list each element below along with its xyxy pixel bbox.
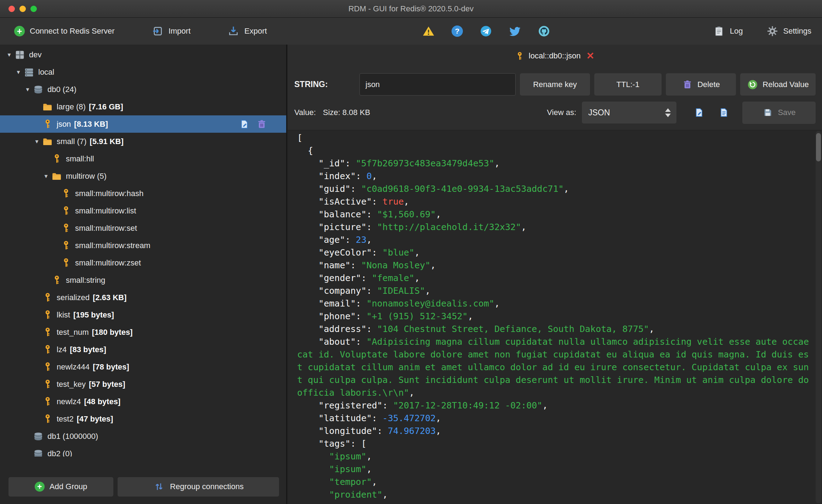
folder-icon bbox=[41, 101, 53, 113]
close-tab-icon[interactable]: ✕ bbox=[586, 51, 595, 61]
key-icon bbox=[41, 119, 53, 130]
tree-item-small-multirow-hash[interactable]: small:multirow:hash bbox=[0, 185, 286, 202]
tree-item-test-num[interactable]: test_num[180 bytes] bbox=[0, 323, 286, 341]
expander-icon[interactable]: ▼ bbox=[41, 173, 51, 179]
key-icon bbox=[60, 188, 72, 199]
view-as-dropdown[interactable]: JSON bbox=[582, 102, 676, 124]
ttl-button[interactable]: TTL:-1 bbox=[594, 73, 662, 96]
code-line: "balance": "$1,560.69", bbox=[297, 208, 810, 221]
tree-item-lkist[interactable]: lkist[195 bytes] bbox=[0, 306, 286, 323]
tree-item-size: [57 bytes] bbox=[89, 380, 125, 389]
value-editor: local::db0::json ✕ STRING: Rename key TT… bbox=[288, 45, 822, 504]
scrollbar-thumb[interactable] bbox=[816, 133, 821, 161]
add-group-button[interactable]: + Add Group bbox=[8, 477, 113, 497]
tree-item-label: lkist bbox=[57, 310, 70, 320]
tree-item-small-multirow-set[interactable]: small:multirow:set bbox=[0, 219, 286, 237]
rename-key-label: Rename key bbox=[533, 80, 577, 89]
tree-item-small-multirow-stream[interactable]: small:multirow:stream bbox=[0, 237, 286, 254]
warning-icon[interactable] bbox=[423, 25, 435, 37]
tree-item-label: small:string bbox=[66, 276, 105, 285]
tree-item-size: [180 bytes] bbox=[92, 328, 133, 337]
export-button[interactable]: Export bbox=[227, 25, 267, 37]
window-title: RDM - GUI for Redis® 2020.5.0-dev bbox=[348, 4, 474, 13]
code-line: "latitude": -35.472702, bbox=[297, 412, 810, 425]
tree-item-serialized[interactable]: serialized[2.63 KB] bbox=[0, 289, 286, 306]
key-name-input[interactable] bbox=[359, 73, 516, 96]
code-line: "index": 0, bbox=[297, 170, 810, 183]
view-as-value: JSON bbox=[588, 108, 610, 118]
tree-item-local[interactable]: ▼local bbox=[0, 63, 286, 81]
value-label: Value: bbox=[294, 108, 316, 117]
expander-icon[interactable]: ▼ bbox=[23, 86, 32, 92]
expander-icon[interactable]: ▼ bbox=[32, 138, 41, 144]
edit-value-icon[interactable] bbox=[693, 107, 705, 118]
tree-item-db0[interactable]: ▼db0 (24) bbox=[0, 81, 286, 98]
tree-item-newlz4[interactable]: newlz4[48 bytes] bbox=[0, 393, 286, 410]
tree-item-dev[interactable]: ▼dev bbox=[0, 46, 286, 63]
tree-item-large[interactable]: large (8)[7.16 GB] bbox=[0, 98, 286, 115]
import-button[interactable]: Import bbox=[152, 25, 191, 37]
ttl-label: TTL:-1 bbox=[617, 80, 640, 89]
code-line: "picture": "http://placehold.it/32x32", bbox=[297, 221, 810, 234]
tree-item-test-key[interactable]: test_key[57 bytes] bbox=[0, 376, 286, 393]
settings-label: Settings bbox=[783, 27, 812, 36]
scrollbar[interactable] bbox=[816, 131, 821, 503]
rename-key-button[interactable]: Rename key bbox=[520, 73, 590, 96]
tree-item-small-multirow-zset[interactable]: small:multirow:zset bbox=[0, 254, 286, 271]
tree-item-db2[interactable]: db2 (0) bbox=[0, 445, 286, 457]
delete-key-button[interactable]: Delete bbox=[666, 73, 736, 96]
tab-bar: local::db0::json ✕ bbox=[288, 45, 822, 67]
minimize-window-button[interactable] bbox=[19, 6, 26, 12]
key-icon bbox=[41, 413, 53, 425]
tree-item-label: test_key bbox=[57, 380, 86, 389]
code-line: "name": "Nona Mosley", bbox=[297, 259, 810, 272]
tab-title: local::db0::json bbox=[529, 51, 581, 61]
tree-item-newlz444[interactable]: newlz444[78 bytes] bbox=[0, 358, 286, 376]
tab-local-db0-json[interactable]: local::db0::json ✕ bbox=[515, 51, 594, 61]
expander-icon[interactable]: ▼ bbox=[5, 52, 14, 58]
zoom-window-button[interactable] bbox=[30, 6, 37, 12]
twitter-icon[interactable] bbox=[509, 25, 521, 37]
tree-item-lz4[interactable]: lz4[83 bytes] bbox=[0, 341, 286, 358]
tree-item-label: small (7) bbox=[57, 137, 86, 146]
open-value-icon[interactable] bbox=[718, 107, 730, 118]
settings-button[interactable]: Settings bbox=[766, 25, 812, 37]
key-icon bbox=[60, 257, 72, 269]
close-window-button[interactable] bbox=[8, 6, 15, 12]
tree-item-label: dev bbox=[29, 50, 41, 59]
edit-key-icon[interactable] bbox=[239, 119, 249, 129]
expander-icon[interactable]: ▼ bbox=[14, 69, 23, 75]
tree-item-json[interactable]: json[8.13 KB] bbox=[0, 115, 286, 133]
tree-item-label: json bbox=[57, 120, 71, 129]
tree-item-size: [7.16 GB] bbox=[89, 102, 123, 111]
db-icon bbox=[32, 431, 44, 442]
tree-item-small-string[interactable]: small:string bbox=[0, 271, 286, 289]
delete-key-icon[interactable] bbox=[257, 119, 267, 129]
tree-item-label: serialized bbox=[57, 293, 90, 302]
code-line: "eyeColor": "blue", bbox=[297, 246, 810, 259]
tree-item-small-hll[interactable]: small:hll bbox=[0, 150, 286, 167]
tree-item-label: db1 (1000000) bbox=[47, 432, 98, 441]
github-icon[interactable] bbox=[538, 25, 550, 37]
help-icon[interactable]: ? bbox=[452, 25, 463, 37]
delete-label: Delete bbox=[697, 80, 720, 89]
telegram-icon[interactable] bbox=[480, 25, 492, 37]
key-icon bbox=[60, 223, 72, 234]
tree-item-db1[interactable]: db1 (1000000) bbox=[0, 428, 286, 445]
log-button[interactable]: Log bbox=[713, 25, 743, 37]
key-icon bbox=[51, 275, 63, 286]
tree-item-multirow[interactable]: ▼multirow (5) bbox=[0, 167, 286, 185]
code-line: "email": "nonamosley@idealis.com", bbox=[297, 297, 810, 310]
tree-item-test2[interactable]: test2[47 bytes] bbox=[0, 410, 286, 428]
spinner-icon bbox=[665, 108, 671, 117]
clipboard-icon bbox=[713, 25, 725, 37]
regroup-connections-button[interactable]: Regroup connections bbox=[118, 477, 279, 497]
reload-value-button[interactable]: Reload Value bbox=[740, 73, 816, 96]
value-viewer[interactable]: [ { "_id": "5f7b26973c483ea3479d4e53", "… bbox=[288, 130, 822, 504]
tree-item-label: test2 bbox=[57, 414, 74, 424]
tree-item-small-multirow-list[interactable]: small:multirow:list bbox=[0, 202, 286, 219]
connect-to-redis-server-button[interactable]: + Connect to Redis Server bbox=[14, 26, 115, 36]
tree-item-small[interactable]: ▼small (7)[5.91 KB] bbox=[0, 133, 286, 150]
save-button[interactable]: Save bbox=[742, 102, 816, 124]
gear-icon bbox=[766, 25, 778, 37]
